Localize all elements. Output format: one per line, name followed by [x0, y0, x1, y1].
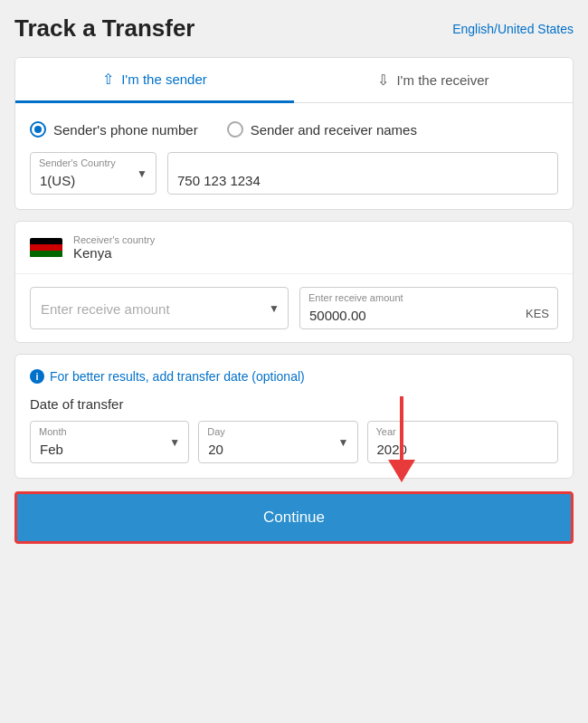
flag-stripe-black [30, 238, 62, 244]
tab-sender[interactable]: ⇧ I'm the sender [15, 58, 294, 103]
kenya-flag [30, 238, 62, 258]
arrow-annotation [356, 392, 429, 482]
flag-stripe-green [30, 251, 62, 257]
info-icon: i [30, 369, 44, 384]
country-select-wrapper: Sender's Country 1(US) ▼ [30, 152, 156, 195]
page-title: Track a Transfer [14, 14, 194, 43]
radio-names[interactable]: Sender and receiver names [227, 121, 417, 138]
date-row: Month Feb ▼ Day 20 ▼ Year [30, 421, 558, 463]
sender-tab-content: Sender's phone number Sender and receive… [15, 103, 573, 209]
radio-names-label: Sender and receiver names [251, 122, 417, 138]
page-header: Track a Transfer English/United States [14, 14, 574, 43]
sender-inputs-row: Sender's Country 1(US) ▼ [30, 152, 558, 195]
amount-dropdown[interactable] [30, 287, 289, 329]
radio-phone-label: Sender's phone number [53, 122, 198, 138]
currency-label: KES [526, 307, 549, 320]
download-icon: ⇩ [377, 71, 389, 89]
continue-button[interactable]: Continue [14, 491, 574, 544]
country-name: Kenya [73, 245, 155, 261]
tab-sender-label: I'm the sender [121, 71, 207, 87]
day-label: Day [207, 426, 225, 437]
language-selector[interactable]: English/United States [452, 22, 574, 36]
svg-marker-1 [388, 460, 415, 482]
tab-receiver-label: I'm the receiver [396, 72, 488, 88]
country-label-text: Receiver's country [73, 234, 155, 245]
radio-phone[interactable]: Sender's phone number [30, 121, 198, 138]
tab-receiver[interactable]: ⇩ I'm the receiver [294, 58, 573, 102]
upload-icon: ⇧ [102, 71, 114, 88]
country-info: Receiver's country Kenya [73, 234, 155, 261]
continue-wrapper: Continue [14, 491, 574, 544]
tab-section: ⇧ I'm the sender ⇩ I'm the receiver Send… [14, 57, 574, 210]
radio-names-indicator [227, 121, 243, 138]
day-select-group: Day 20 ▼ [198, 421, 357, 463]
amount-dropdown-wrapper: Enter receive amount ▼ [30, 287, 289, 329]
date-hint: i For better results, add transfer date … [30, 369, 558, 384]
date-section: i For better results, add transfer date … [14, 354, 574, 479]
page-container: Track a Transfer English/United States ⇧… [14, 14, 574, 544]
date-hint-text: For better results, add transfer date (o… [50, 369, 305, 384]
amount-input-wrapper: Enter receive amount KES [299, 287, 558, 329]
radio-group: Sender's phone number Sender and receive… [30, 121, 558, 138]
month-select-group: Month Feb ▼ [30, 421, 189, 463]
amount-input-label: Enter receive amount [308, 292, 403, 303]
phone-input[interactable] [167, 152, 558, 195]
receiver-country-row: Receiver's country Kenya [15, 222, 573, 274]
amount-row: Enter receive amount ▼ Enter receive amo… [15, 274, 573, 342]
country-label: Sender's Country [39, 157, 116, 168]
flag-stripe-red [30, 244, 62, 251]
phone-input-group [167, 152, 558, 195]
tabs-container: ⇧ I'm the sender ⇩ I'm the receiver [15, 58, 573, 103]
radio-phone-indicator [30, 121, 46, 138]
date-of-transfer-label: Date of transfer [30, 396, 558, 412]
month-label: Month [39, 426, 67, 437]
receiver-section: Receiver's country Kenya Enter receive a… [14, 221, 574, 343]
